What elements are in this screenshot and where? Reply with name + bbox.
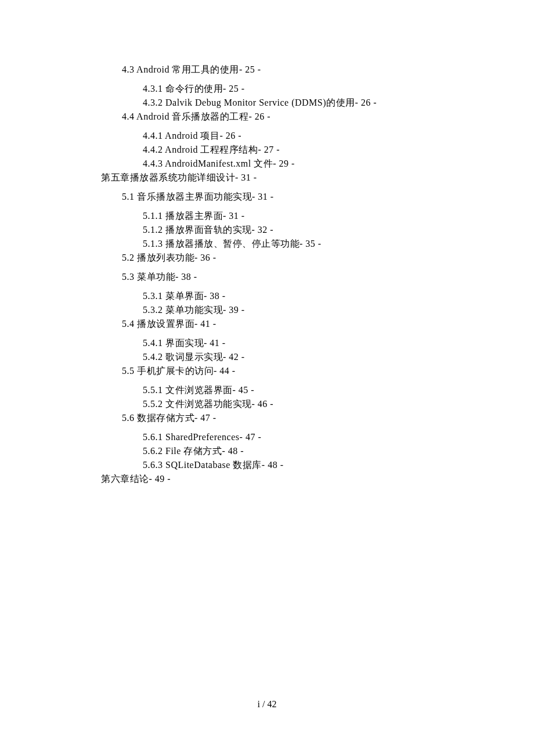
toc-entry: 5.1 音乐播放器主界面功能实现- 31 - (122, 190, 476, 204)
toc-spacer (101, 265, 476, 270)
toc-entry: 第五章播放器系统功能详细设计- 31 - (101, 171, 476, 185)
toc-spacer (101, 185, 476, 190)
toc-entry: 4.3 Android 常用工具的使用- 25 - (122, 63, 476, 77)
toc-entry: 4.4.2 Android 工程程序结构- 27 - (143, 143, 476, 157)
toc-entry: 5.3.1 菜单界面- 38 - (143, 289, 476, 303)
toc-entry: 5.1.2 播放界面音轨的实现- 32 - (143, 223, 476, 237)
table-of-contents: 4.3 Android 常用工具的使用- 25 -4.3.1 命令行的使用- 2… (101, 63, 476, 486)
toc-spacer (101, 124, 476, 129)
toc-entry: 5.5.1 文件浏览器界面- 45 - (143, 383, 476, 397)
toc-entry: 4.4.3 AndroidManifest.xml 文件- 29 - (143, 157, 476, 171)
toc-entry: 5.3 菜单功能- 38 - (122, 270, 476, 284)
toc-entry: 5.4 播放设置界面- 41 - (122, 317, 476, 331)
toc-entry: 4.4.1 Android 项目- 26 - (143, 129, 476, 143)
toc-entry: 5.5.2 文件浏览器功能实现- 46 - (143, 397, 476, 411)
toc-spacer (101, 77, 476, 82)
toc-entry: 5.2 播放列表功能- 36 - (122, 251, 476, 265)
toc-entry: 5.6.1 SharedPreferences- 47 - (143, 430, 476, 444)
toc-entry: 5.5 手机扩展卡的访问- 44 - (122, 364, 476, 378)
toc-spacer (101, 204, 476, 209)
toc-entry: 5.4.1 界面实现- 41 - (143, 336, 476, 350)
toc-entry: 4.3.2 Dalvik Debug Monitor Service (DDMS… (143, 96, 476, 110)
toc-entry: 4.4 Android 音乐播放器的工程- 26 - (122, 110, 476, 124)
toc-entry: 5.6.2 File 存储方式- 48 - (143, 444, 476, 458)
toc-entry: 5.1.1 播放器主界面- 31 - (143, 209, 476, 223)
toc-spacer (101, 425, 476, 430)
page-footer: i / 42 (0, 699, 534, 710)
toc-entry: 5.4.2 歌词显示实现- 42 - (143, 350, 476, 364)
toc-entry: 5.6.3 SQLiteDatabase 数据库- 48 - (143, 458, 476, 472)
toc-entry: 5.1.3 播放器播放、暂停、停止等功能- 35 - (143, 237, 476, 251)
toc-spacer (101, 378, 476, 383)
toc-spacer (101, 284, 476, 289)
toc-spacer (101, 331, 476, 336)
toc-entry: 5.6 数据存储方式- 47 - (122, 411, 476, 425)
toc-entry: 第六章结论- 49 - (101, 472, 476, 486)
toc-entry: 5.3.2 菜单功能实现- 39 - (143, 303, 476, 317)
toc-entry: 4.3.1 命令行的使用- 25 - (143, 82, 476, 96)
